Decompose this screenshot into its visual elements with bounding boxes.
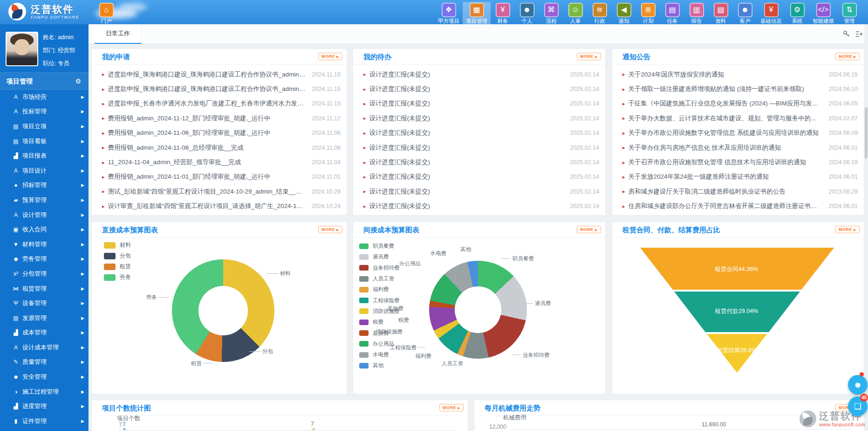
more-button[interactable]: MORE (577, 226, 601, 233)
legend-item[interactable]: 人员工资 (359, 273, 400, 284)
footer-site-link[interactable]: www.fanpusoft.com (819, 422, 866, 427)
list-item[interactable]: ▸ 设计进度汇报(未提交) 2025.02.14 (353, 126, 605, 140)
direct-cost-donut[interactable] (172, 259, 274, 362)
legend-item[interactable]: 租赁 (104, 261, 131, 272)
sidebar-item[interactable]: ▰ 预算管理 ▶ (0, 193, 89, 208)
list-item[interactable]: ▸ 关于召开市政公用设施智慧化管理 信息技术与应用培训班的通知 2024.06.… (612, 155, 864, 169)
lease-funnel[interactable]: 租赁合同44.36% 租赁付款29.04% 租赁结算26.6% (639, 248, 834, 374)
sidebar-item[interactable]: ▮ 证件管理 ▶ (0, 414, 89, 429)
key-icon[interactable] (843, 30, 850, 38)
nav-item[interactable]: ¥ 财务 (491, 2, 515, 25)
nav-item[interactable]: ❖ 甲方项目 (435, 2, 463, 25)
more-button[interactable]: MORE (439, 404, 464, 411)
list-item[interactable]: ▸ 设计进度汇报(未提交) 2025.02.14 (353, 184, 605, 199)
avatar[interactable] (6, 32, 38, 66)
sidebar-item[interactable]: ▤ 项目立项 ▶ (0, 119, 89, 134)
legend-item[interactable]: 工程保险费 (359, 295, 400, 306)
indirect-cost-donut[interactable] (429, 261, 527, 359)
list-item[interactable]: ▸ 设计进度汇报(未提交) 2025.02.14 (353, 140, 605, 155)
legend-item[interactable]: 分包 (104, 250, 131, 261)
legend-item[interactable]: 福利费 (359, 284, 400, 295)
sidebar-item[interactable]: ✎ 质量管理 ▶ (0, 355, 89, 370)
nav-item[interactable]: ☺ 人事 (563, 2, 588, 25)
list-item[interactable]: ▸ 费用报销_admin_2024-11-06_总经理审批__完成 2024.1… (92, 140, 347, 155)
tab-daily-work[interactable]: 日常工作 (95, 24, 142, 44)
list-item[interactable]: ▸ 于征集《中国建筑施工行业信息化发展报告 (2024) —BIM应用与发展》材… (612, 97, 864, 111)
list-item[interactable]: ▸ 房和城乡建设厅关于取消二级建造师临时执业证书的公告 2023.08.29 (612, 184, 864, 199)
sidebar-item[interactable]: A 设计成本管理 ▶ (0, 340, 89, 355)
sidebar-item[interactable]: x² 分包管理 ▶ (0, 266, 89, 281)
list-item[interactable]: ▸ 关于领取一级注册建造师增项贴的通知 (须持一建证书前来领取) 2024.06… (612, 82, 864, 96)
list-item[interactable]: ▸ 11_2024-11-04_admin_经营部_领导审批__完成 2024.… (92, 155, 347, 169)
legend-item[interactable]: 材料 (104, 240, 131, 250)
nav-item[interactable]: </> 智能建模 (809, 2, 837, 25)
sidebar-item[interactable]: ▣ 收入合同 ▶ (0, 222, 89, 237)
nav-item[interactable]: ▥ 报告 (684, 2, 709, 25)
nav-item[interactable]: ☻ 个人 (515, 2, 539, 25)
sidebar-item[interactable]: ▤ 发票管理 ▶ (0, 311, 89, 326)
collapse-panel-icon[interactable] (855, 30, 862, 38)
sidebar-item[interactable]: Ψ 设备管理 ▶ (0, 296, 89, 311)
contact-float-button[interactable]: ☻ (848, 375, 868, 395)
more-button[interactable]: MORE (318, 53, 342, 60)
list-item[interactable]: ▸ 费用报销_admin_2024-11-12_部门经理审批_胡建,_运行中 2… (92, 111, 347, 125)
sidebar-item[interactable]: ▟ 成本管理 ▶ (0, 326, 89, 341)
more-button[interactable]: MORE (835, 53, 860, 60)
chat-float-button[interactable]: ❏ 45 (848, 396, 868, 416)
brand-logo[interactable]: 泛普软件 FANPU SOFTWARE (8, 3, 79, 21)
list-item[interactable]: ▸ 设计进度汇报(未提交) 2025.02.14 (353, 199, 605, 214)
nav-item[interactable]: ≣ 计划 (636, 2, 660, 25)
list-item[interactable]: ▸ 设计进度汇报(未提交) 2025.02.14 (353, 97, 605, 111)
sidebar-section-header[interactable]: 项目管理 ⚙ (0, 73, 89, 90)
sidebar-item[interactable]: ▟ 项目报表 ▶ (0, 148, 89, 163)
scrollbar-thumb[interactable] (865, 107, 868, 159)
sidebar-item[interactable]: ◆ 劳务管理 ▶ (0, 252, 89, 267)
list-item[interactable]: ▸ 设计审查_彭祖新城“四馆”景观工程设计项目_请选择_胡广生_2024-10-… (92, 199, 347, 214)
sidebar-item[interactable]: A 投标管理 ▶ (0, 104, 89, 119)
list-item[interactable]: ▸ 设计进度汇报(未提交) 2025.02.14 (353, 111, 605, 125)
list-item[interactable]: ▸ 设计进度汇报(未提交) 2025.02.14 (353, 82, 605, 96)
sidebar-item[interactable]: ▤ 项目看板 ▶ (0, 134, 89, 149)
list-item[interactable]: ▸ 住房和城乡建设部办公厅关于同意吉林省开展二级建造师注册证书电子证照试点...… (612, 199, 864, 214)
list-item[interactable]: ▸ 测试_彭祖新城“四馆”景观工程设计项目_2024-10-29_admin_结… (92, 184, 347, 199)
nav-item[interactable]: ⇅ 管理 (837, 2, 861, 25)
sidebar-item[interactable]: ⋈ 租赁管理 ▶ (0, 281, 89, 296)
list-item[interactable]: ▸ 进度款申报_珠海鹤港口建设_珠海鹤港口建设工程合作协议书_admin_...… (92, 82, 347, 96)
sidebar-item[interactable]: A 项目设计 ▶ (0, 163, 89, 178)
more-button[interactable]: MORE (318, 226, 342, 233)
gear-icon[interactable]: ⚙ (75, 73, 81, 90)
sidebar-item[interactable]: ▼ 材料管理 ▶ (0, 237, 89, 252)
more-button[interactable]: MORE (577, 53, 601, 60)
sidebar-item[interactable]: ● 招标管理 ▶ (0, 178, 89, 193)
list-item[interactable]: ▸ 设计进度汇报(未提交) 2025.02.14 (353, 155, 605, 169)
legend-item[interactable]: 劳务 (104, 272, 131, 283)
nav-item[interactable]: ⚙ 系统 (785, 2, 809, 25)
sidebar-item[interactable]: ◑ 施工过程管理 ▶ (0, 384, 89, 399)
nav-item[interactable]: ⌘ 流程 (539, 2, 563, 25)
legend-item[interactable]: 职员餐费 (359, 241, 400, 251)
list-item[interactable]: ▸ 设计进度汇报(未提交) 2025.02.14 (353, 170, 605, 184)
nav-item[interactable]: ¥ 基础信息 (757, 2, 785, 25)
list-item[interactable]: ▸ 关于举办住房与房地产信息化 技术及应用培训班的通知 2024.06.01 (612, 140, 864, 155)
sidebar-item[interactable]: ☻ 安全管理 ▶ (0, 369, 89, 384)
sidebar-item[interactable]: A 设计管理 ▶ (0, 208, 89, 222)
nav-item[interactable]: ▦ 项目管理 (463, 2, 491, 25)
list-item[interactable]: ▸ 进度款申报_珠海鹤港口建设_珠海鹤港口建设工程合作协议书_admin_...… (92, 67, 347, 82)
sidebar-item[interactable]: A 市场经营 ▶ (0, 90, 89, 104)
list-item[interactable]: ▸ 费用报销_admin_2024-11-06_部门经理审批_胡建,_运行中 2… (92, 126, 347, 140)
list-item[interactable]: ▸ 关于发放2024年第24批一级建造师注册证书的通知 2024.06.01 (612, 170, 864, 184)
nav-item[interactable]: ☻ 客户 (733, 2, 757, 25)
nav-item-portal[interactable]: ⌂ 门户 (94, 2, 118, 25)
list-item[interactable]: ▸ 关于举办大数据、云计算技术在城市建设、规划、管理与服务中的应用培训班... … (612, 111, 864, 125)
list-item[interactable]: ▸ 设计进度汇报(未提交) 2025.02.14 (353, 67, 605, 82)
list-item[interactable]: ▸ 费用报销_admin_2024-11-01_部门经理审批_胡建,_运行中 2… (92, 170, 347, 184)
list-item[interactable]: ▸ 关于举办市政公用设施数字化管理信息 系统建设与应用培训班的通知 2024.0… (612, 126, 864, 140)
nav-item[interactable]: ◀ 通知 (612, 2, 636, 25)
more-button[interactable]: MORE (835, 226, 860, 233)
list-item[interactable]: ▸ 关于2024年国庆节放假安排的通知 2024.06.15 (612, 67, 864, 82)
sidebar-item[interactable]: ▟ 进度管理 ▶ (0, 399, 89, 414)
legend-item[interactable]: 其他 (359, 360, 400, 371)
list-item[interactable]: ▸ 进度款申报_长春市伊通河水力发电厂改建工程_长春市伊通河水力发电... 20… (92, 97, 347, 111)
nav-item[interactable]: ▧ 资料 (709, 2, 733, 25)
nav-item[interactable]: ▤ 任务 (660, 2, 684, 25)
